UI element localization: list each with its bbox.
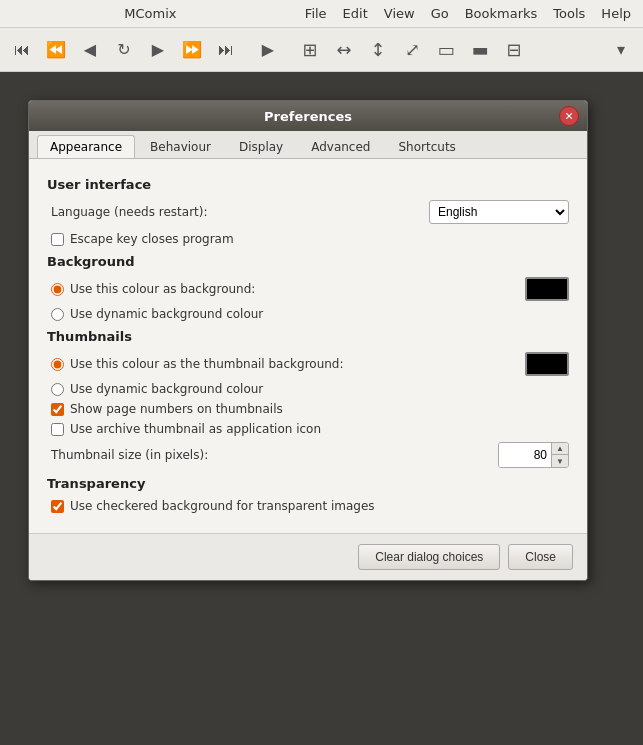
tab-display[interactable]: Display xyxy=(226,135,296,158)
thumb-dynamic-row: Use dynamic background colour xyxy=(47,382,569,396)
tb-menu[interactable]: ▾ xyxy=(605,34,637,66)
thumbnail-size-row: Thumbnail size (in pixels): ▲ ▼ xyxy=(47,442,569,468)
language-row: Language (needs restart): English xyxy=(47,200,569,224)
bg-use-colour-radio[interactable] xyxy=(51,283,64,296)
tb-double-page[interactable]: ▬ xyxy=(464,34,496,66)
language-select[interactable]: English xyxy=(429,200,569,224)
use-archive-checkbox[interactable] xyxy=(51,423,64,436)
show-page-numbers-label: Show page numbers on thumbnails xyxy=(70,402,283,416)
menubar-item-help[interactable]: Help xyxy=(593,4,639,23)
tb-last-page[interactable]: ⏭ xyxy=(210,34,242,66)
clear-dialog-button[interactable]: Clear dialog choices xyxy=(358,544,500,570)
thumb-use-colour-label: Use this colour as the thumbnail backgro… xyxy=(70,357,525,371)
thumb-colour-button[interactable] xyxy=(525,352,569,376)
thumbnail-size-input[interactable] xyxy=(499,443,551,467)
section-user-interface: User interface xyxy=(47,177,569,192)
tab-shortcuts[interactable]: Shortcuts xyxy=(385,135,468,158)
tb-next-page[interactable]: ▶ xyxy=(142,34,174,66)
tab-behaviour[interactable]: Behaviour xyxy=(137,135,224,158)
spinner-up[interactable]: ▲ xyxy=(552,443,568,455)
tb-prev-page[interactable]: ◀ xyxy=(74,34,106,66)
dialog-footer: Clear dialog choices Close xyxy=(29,533,587,580)
tb-fit-best[interactable]: ⊞ xyxy=(294,34,326,66)
thumb-dynamic-radio[interactable] xyxy=(51,383,64,396)
tb-manga[interactable]: ⊟ xyxy=(498,34,530,66)
tb-fit-manual[interactable]: ⤢ xyxy=(396,34,428,66)
dialog-body: User interface Language (needs restart):… xyxy=(29,159,587,533)
bg-use-colour-label: Use this colour as background: xyxy=(70,282,525,296)
section-transparency: Transparency xyxy=(47,476,569,491)
thumb-colour-row: Use this colour as the thumbnail backgro… xyxy=(47,352,569,376)
close-button[interactable]: Close xyxy=(508,544,573,570)
tb-prev-archive[interactable]: ⏪ xyxy=(40,34,72,66)
language-label: Language (needs restart): xyxy=(51,205,429,219)
dialog-title: Preferences xyxy=(264,109,352,124)
toolbar: ⏮ ⏪ ◀ ↻ ▶ ⏩ ⏭ ▶ ⊞ ↔ ↕ ⤢ ▭ ▬ ⊟ ▾ xyxy=(0,28,643,72)
tab-advanced[interactable]: Advanced xyxy=(298,135,383,158)
bg-colour-button[interactable] xyxy=(525,277,569,301)
bg-dynamic-radio[interactable] xyxy=(51,308,64,321)
menubar-item-bookmarks[interactable]: Bookmarks xyxy=(457,4,546,23)
bg-dynamic-row: Use dynamic background colour xyxy=(47,307,569,321)
thumb-use-colour-radio[interactable] xyxy=(51,358,64,371)
dialog-titlebar: Preferences ✕ xyxy=(29,101,587,131)
use-archive-label: Use archive thumbnail as application ico… xyxy=(70,422,321,436)
section-background: Background xyxy=(47,254,569,269)
bg-colour-row: Use this colour as background: xyxy=(47,277,569,301)
tab-appearance[interactable]: Appearance xyxy=(37,135,135,158)
use-archive-row: Use archive thumbnail as application ico… xyxy=(47,422,569,436)
tb-fit-height[interactable]: ↕ xyxy=(362,34,394,66)
menubar-item-file[interactable]: File xyxy=(297,4,335,23)
use-checkered-label: Use checkered background for transparent… xyxy=(70,499,375,513)
escape-key-checkbox[interactable] xyxy=(51,233,64,246)
close-icon[interactable]: ✕ xyxy=(559,106,579,126)
tb-refresh[interactable]: ↻ xyxy=(108,34,140,66)
tb-next-archive[interactable]: ⏩ xyxy=(176,34,208,66)
menubar-item-go[interactable]: Go xyxy=(423,4,457,23)
menubar-title: MComix xyxy=(4,6,297,21)
menubar-item-view[interactable]: View xyxy=(376,4,423,23)
escape-key-row: Escape key closes program xyxy=(47,232,569,246)
use-checkered-row: Use checkered background for transparent… xyxy=(47,499,569,513)
menubar-item-edit[interactable]: Edit xyxy=(335,4,376,23)
show-page-numbers-checkbox[interactable] xyxy=(51,403,64,416)
preferences-dialog: Preferences ✕ Appearance Behaviour Displ… xyxy=(28,100,588,581)
bg-dynamic-label: Use dynamic background colour xyxy=(70,307,569,321)
tb-fit-width[interactable]: ↔ xyxy=(328,34,360,66)
thumb-dynamic-label: Use dynamic background colour xyxy=(70,382,569,396)
tb-single-page[interactable]: ▭ xyxy=(430,34,462,66)
escape-key-label: Escape key closes program xyxy=(70,232,234,246)
show-page-numbers-row: Show page numbers on thumbnails xyxy=(47,402,569,416)
spinner-down[interactable]: ▼ xyxy=(552,455,568,467)
thumbnail-size-label: Thumbnail size (in pixels): xyxy=(51,448,498,462)
thumbnail-size-spinner: ▲ ▼ xyxy=(498,442,569,468)
use-checkered-checkbox[interactable] xyxy=(51,500,64,513)
spinner-arrows: ▲ ▼ xyxy=(551,443,568,467)
menubar: MComix File Edit View Go Bookmarks Tools… xyxy=(0,0,643,28)
section-thumbnails: Thumbnails xyxy=(47,329,569,344)
tb-play[interactable]: ▶ xyxy=(252,34,284,66)
tb-first-page[interactable]: ⏮ xyxy=(6,34,38,66)
tab-bar: Appearance Behaviour Display Advanced Sh… xyxy=(29,131,587,159)
menubar-item-tools[interactable]: Tools xyxy=(545,4,593,23)
